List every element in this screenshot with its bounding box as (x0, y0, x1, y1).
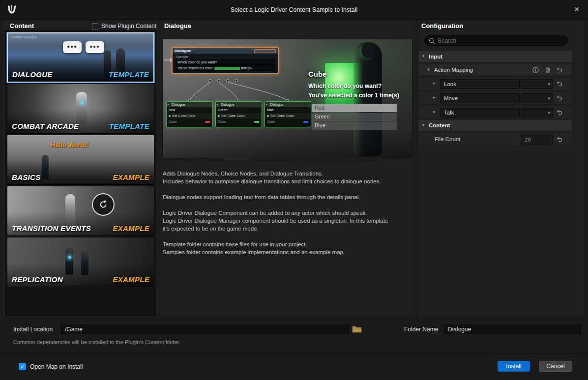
loop-arrow-icon (92, 193, 115, 216)
key-binding-dropdown[interactable] (521, 93, 553, 103)
search-input[interactable] (438, 36, 563, 45)
choice-node-title: Dialogue (265, 102, 311, 107)
field-label: Color (169, 120, 177, 123)
file-count-row: File Count 29 (418, 133, 572, 146)
sample-card-combat-arcade[interactable]: COMBAT ARCADE TEMPLATE (7, 84, 154, 134)
selected-prefix: You've selected a color (177, 66, 213, 70)
card-title: TRANSITION EVENTS (12, 224, 91, 233)
search-icon (429, 38, 435, 44)
install-location-input[interactable] (61, 324, 349, 334)
preview-choice-node-blue: Dialogue Blue Set Cube Color Color (265, 101, 311, 127)
color-swatch (303, 120, 309, 123)
sample-card-transition-events[interactable]: TRANSITION EVENTS EXAMPLE (7, 186, 154, 236)
file-count-label: File Count (435, 136, 460, 142)
card-badge: EXAMPLE (113, 173, 149, 181)
section-input-label: Input (429, 54, 442, 59)
open-map-checkbox[interactable] (19, 363, 26, 370)
card-badge: TEMPLATE (109, 122, 149, 130)
dialogue-header: Dialogue (164, 22, 191, 29)
node-speaker-label: Speaker (173, 54, 278, 59)
folder-icon (352, 325, 362, 333)
section-content[interactable]: Content (418, 120, 572, 131)
robot-figure (65, 247, 73, 275)
section-content-label: Content (429, 122, 450, 128)
choice-field: Color (167, 119, 212, 125)
content-header: Content (10, 22, 34, 29)
sample-card-replication[interactable]: REPLICATION EXAMPLE (7, 237, 154, 287)
game-question: Which color do you want? (308, 83, 382, 89)
hello-world-text: Hello World! (51, 141, 88, 148)
game-option-red: Red (312, 104, 397, 112)
choice-option: Green (216, 107, 262, 113)
description-paragraph: Logic Driver Dialogue Component can be a… (163, 209, 414, 233)
undo-arrow-icon (557, 95, 562, 101)
configuration-header: Configuration (421, 22, 463, 29)
action-name-field[interactable]: Look (440, 79, 520, 89)
delete-elements-button[interactable] (545, 67, 552, 74)
chevron-down-icon (548, 96, 550, 101)
preview-choice-node-red: Dialogue Red Set Cube Color Color (166, 101, 213, 127)
color-swatch (254, 120, 260, 123)
choice-option: Blue (265, 107, 311, 113)
open-map-label: Open Map on Install (30, 363, 83, 370)
sample-card-dialogue[interactable]: Sample Dialogue DIALOGUE TEMPLATE (7, 32, 154, 83)
field-label: Color (267, 120, 275, 123)
show-plugin-content-label: Show Plugin Content (101, 23, 156, 29)
color-swatch (205, 120, 210, 123)
chevron-right-icon[interactable] (433, 81, 436, 86)
reset-to-default-button[interactable] (557, 95, 563, 102)
choice-action: Set Cube Color (167, 113, 212, 119)
action-row-move: Move (418, 92, 572, 105)
node-question-text: Which color do you want? (176, 59, 275, 65)
reset-to-default-button[interactable] (557, 109, 563, 116)
card-title: COMBAT ARCADE (12, 122, 79, 130)
file-count-value[interactable]: 29 (521, 135, 553, 145)
chevron-down-icon[interactable] (427, 67, 430, 72)
action-name-field[interactable]: Talk (440, 108, 520, 117)
chevron-down-icon[interactable] (422, 122, 425, 127)
description-paragraph: Dialogue nodes support loading text from… (163, 193, 414, 201)
action-mapping-label: Action Mapping (434, 67, 473, 73)
show-plugin-content-checkbox[interactable] (92, 23, 98, 29)
game-status: You've selected a color 1 time(s) (308, 92, 399, 99)
sample-description: Adds Dialogue Nodes, Choice Nodes, and D… (163, 170, 414, 264)
game-option-green: Green (312, 113, 397, 121)
key-binding-dropdown[interactable] (521, 79, 553, 89)
reset-to-default-button[interactable] (557, 67, 563, 74)
description-paragraph: Template folder contains base files for … (163, 240, 414, 256)
content-panel: Content Show Plugin Content Sample Dialo… (3, 20, 158, 317)
install-button[interactable]: Install (498, 361, 530, 372)
choice-action: Set Cube Color (265, 113, 311, 119)
robot-core-light (81, 102, 83, 104)
cancel-button[interactable]: Cancel (539, 361, 572, 372)
chevron-right-icon[interactable] (433, 109, 436, 114)
close-icon[interactable] (571, 4, 582, 15)
key-binding-dropdown[interactable] (521, 108, 553, 117)
undo-arrow-icon (557, 81, 562, 87)
install-location-label: Install Location (13, 326, 53, 333)
title-bar: Select a Logic Driver Content Sample to … (0, 0, 588, 20)
node-title: Dialogue (175, 49, 191, 53)
folder-name-input[interactable] (444, 324, 581, 334)
chevron-right-icon[interactable] (433, 95, 436, 100)
reset-to-default-button[interactable] (557, 136, 563, 143)
action-name-field[interactable]: Move (440, 93, 520, 103)
reset-to-default-button[interactable] (557, 81, 563, 88)
configuration-panel: Configuration Input Action Mapping (418, 20, 584, 317)
sample-card-basics[interactable]: Hello World! BASICS EXAMPLE (7, 135, 154, 185)
action-row-talk: Talk (418, 106, 572, 119)
browse-folder-button[interactable] (352, 325, 363, 334)
game-option-blue: Blue (312, 121, 397, 130)
section-input[interactable]: Input (418, 51, 572, 62)
add-element-button[interactable] (532, 67, 539, 74)
install-dialog-window: Select a Logic Driver Content Sample to … (0, 0, 588, 380)
dialogue-preview-image: Dialogue Speaker Which color do you want… (162, 39, 412, 158)
description-paragraph: Adds Dialogue Nodes, Choice Nodes, and D… (163, 170, 414, 185)
card-badge: TEMPLATE (109, 70, 149, 79)
card-badge: EXAMPLE (113, 224, 149, 233)
chevron-down-icon[interactable] (422, 54, 425, 58)
row-action-mapping[interactable]: Action Mapping (418, 64, 572, 76)
game-choice-menu: Red Green Blue (312, 104, 397, 130)
footer-divider (0, 353, 588, 354)
choice-field: Color (265, 119, 311, 125)
